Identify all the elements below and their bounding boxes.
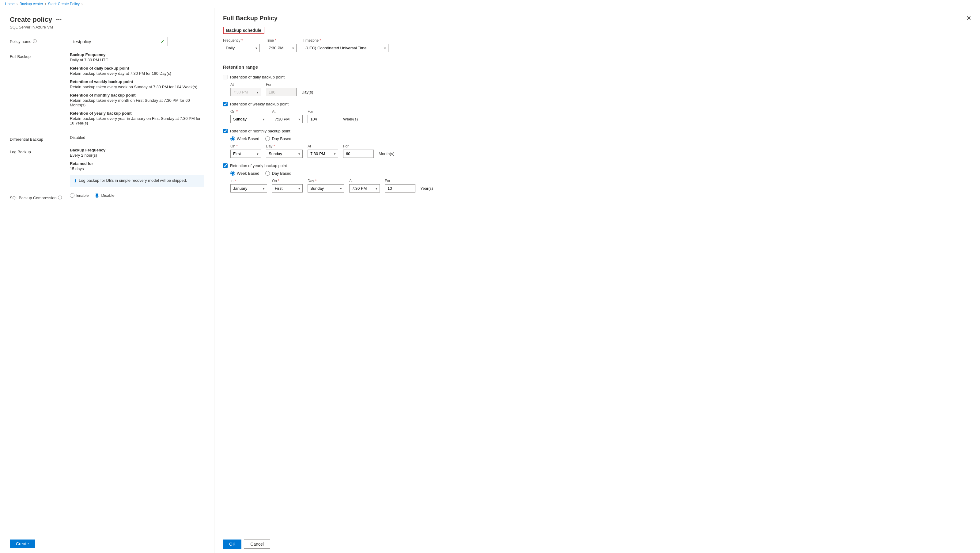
monthly-unit: Month(s) — [379, 151, 394, 158]
monthly-on-select[interactable]: First Second Third Fourth Last — [231, 150, 261, 158]
log-retained-title: Retained for — [70, 161, 204, 166]
monthly-day-based-text: Day Based — [272, 136, 291, 141]
monthly-for-label: For — [343, 144, 374, 148]
monthly-retention-label: Retention of monthly backup point — [230, 129, 290, 133]
enable-radio[interactable] — [70, 193, 75, 198]
monthly-retention-title: Retention of monthly backup point — [70, 93, 204, 97]
info-box-icon: ℹ — [75, 178, 76, 183]
frequency-select-wrapper: Daily Weekly — [223, 44, 260, 52]
daily-at-label: At — [231, 83, 261, 87]
weekly-on-label: On * — [231, 110, 267, 114]
backup-schedule-title: Backup schedule — [226, 28, 261, 33]
policy-name-input-container: testpolicy ✓ — [70, 37, 168, 46]
time-label: Time * — [266, 38, 296, 43]
disable-radio-label[interactable]: Disable — [95, 193, 114, 198]
timezone-label: Timezone * — [303, 38, 388, 43]
policy-name-value: testpolicy — [73, 39, 91, 44]
time-select[interactable]: 7:30 PM — [266, 44, 296, 52]
yearly-day-based-radio[interactable] — [265, 171, 270, 176]
ok-button[interactable]: OK — [223, 540, 242, 549]
monthly-day-based-label[interactable]: Day Based — [265, 136, 291, 141]
weekly-retention-checkbox[interactable] — [223, 102, 228, 106]
yearly-retention-label: Retention of yearly backup point — [230, 163, 287, 168]
panel-title: Full Backup Policy — [223, 15, 278, 22]
policy-name-info-icon[interactable]: ⓘ — [33, 38, 37, 44]
yearly-day-label: Day * — [307, 179, 344, 183]
frequency-select[interactable]: Daily Weekly — [223, 44, 260, 52]
monthly-week-based-radio[interactable] — [231, 136, 235, 141]
disable-radio[interactable] — [95, 193, 99, 198]
weekly-at-select[interactable]: 7:30 PM — [272, 115, 303, 123]
log-freq-title: Backup Frequency — [70, 148, 204, 152]
yearly-week-based-radio[interactable] — [231, 171, 235, 176]
daily-retention-checkbox[interactable] — [223, 75, 228, 80]
yearly-at-label: At — [349, 179, 380, 183]
policy-name-label: Policy name — [10, 39, 32, 44]
monthly-retention-checkbox[interactable] — [223, 129, 228, 133]
daily-retention-block: Retention of daily backup point At 7:30 … — [223, 75, 971, 96]
sql-compression-label: SQL Backup Compression — [10, 196, 57, 200]
yearly-day-based-label[interactable]: Day Based — [265, 171, 291, 176]
daily-at-select[interactable]: 7:30 PM — [231, 88, 261, 96]
yearly-day-based-text: Day Based — [272, 171, 291, 176]
frequency-label: Frequency * — [223, 38, 260, 43]
info-box-text: Log backup for DBs in simple recovery mo… — [79, 178, 187, 183]
differential-backup-label: Differential Backup — [10, 137, 43, 142]
monthly-at-label: At — [307, 144, 338, 148]
timezone-select[interactable]: (UTC) Coordinated Universal Time — [303, 44, 388, 52]
weekly-on-select[interactable]: Sunday Monday Tuesday Wednesday Thursday… — [231, 115, 267, 123]
info-box: ℹ Log backup for DBs in simple recovery … — [70, 175, 204, 187]
monthly-for-input[interactable] — [343, 150, 374, 158]
full-backup-freq-value: Daily at 7:30 PM UTC — [70, 57, 204, 62]
log-backup-label: Log Backup — [10, 150, 31, 154]
breadcrumb-current[interactable]: Start: Create Policy — [48, 2, 80, 6]
log-retained-value: 15 days — [70, 166, 204, 171]
monthly-day-select[interactable]: Sunday Monday Tuesday Wednesday Thursday… — [266, 150, 303, 158]
differential-backup-value: Disabled — [70, 135, 204, 140]
yearly-retention-text: Retain backup taken every year in Januar… — [70, 116, 204, 125]
page-subtitle: SQL Server in Azure VM — [10, 25, 204, 29]
daily-retention-text: Retain backup taken every day at 7:30 PM… — [70, 71, 204, 76]
monthly-day-based-radio[interactable] — [265, 136, 270, 141]
monthly-retention-text: Retain backup taken every month on First… — [70, 98, 204, 107]
full-backup-label: Full Backup — [10, 54, 31, 59]
daily-for-label: For — [266, 83, 296, 87]
daily-for-input[interactable] — [266, 88, 296, 96]
yearly-week-based-text: Week Based — [237, 171, 259, 176]
monthly-at-select[interactable]: 7:30 PM — [307, 150, 338, 158]
monthly-week-based-label[interactable]: Week Based — [231, 136, 259, 141]
cancel-button[interactable]: Cancel — [244, 540, 270, 549]
ellipsis-button[interactable]: ••• — [54, 16, 63, 23]
yearly-for-label: For — [385, 179, 415, 183]
breadcrumb-backup-center[interactable]: Backup center — [20, 2, 43, 6]
yearly-on-select[interactable]: First Second Third Fourth Last — [272, 184, 303, 193]
full-backup-freq-title: Backup Frequency — [70, 53, 204, 57]
yearly-day-select[interactable]: Sunday Monday Tuesday Wednesday Thursday… — [307, 184, 344, 193]
sql-compression-info-icon[interactable]: ⓘ — [58, 195, 62, 201]
log-freq-value: Every 2 hour(s) — [70, 153, 204, 158]
close-button[interactable]: ✕ — [966, 14, 971, 22]
weekly-unit: Week(s) — [343, 117, 358, 123]
breadcrumb-home[interactable]: Home — [5, 2, 15, 6]
weekly-for-label: For — [307, 110, 338, 114]
yearly-retention-title: Retention of yearly backup point — [70, 111, 204, 116]
yearly-for-input[interactable] — [385, 184, 415, 193]
monthly-day-label: Day * — [266, 144, 303, 148]
create-button[interactable]: Create — [10, 540, 35, 548]
weekly-retention-title: Retention of weekly backup point — [70, 80, 204, 84]
policy-name-checkmark: ✓ — [161, 38, 164, 45]
monthly-week-based-text: Week Based — [237, 136, 259, 141]
disable-label: Disable — [101, 193, 114, 198]
enable-radio-label[interactable]: Enable — [70, 193, 89, 198]
monthly-retention-block: Retention of monthly backup point Week B… — [223, 129, 971, 158]
daily-retention-title: Retention of daily backup point — [70, 66, 204, 70]
yearly-retention-checkbox[interactable] — [223, 163, 228, 168]
weekly-retention-block: Retention of weekly backup point On * Su… — [223, 102, 971, 123]
weekly-for-input[interactable] — [307, 115, 338, 123]
yearly-in-select[interactable]: January February March April May June Ju… — [231, 184, 267, 193]
weekly-retention-text: Retain backup taken every week on Sunday… — [70, 84, 204, 89]
yearly-week-based-label[interactable]: Week Based — [231, 171, 259, 176]
retention-range-title: Retention range — [223, 64, 971, 72]
weekly-at-label: At — [272, 110, 303, 114]
yearly-at-select[interactable]: 7:30 PM — [349, 184, 380, 193]
